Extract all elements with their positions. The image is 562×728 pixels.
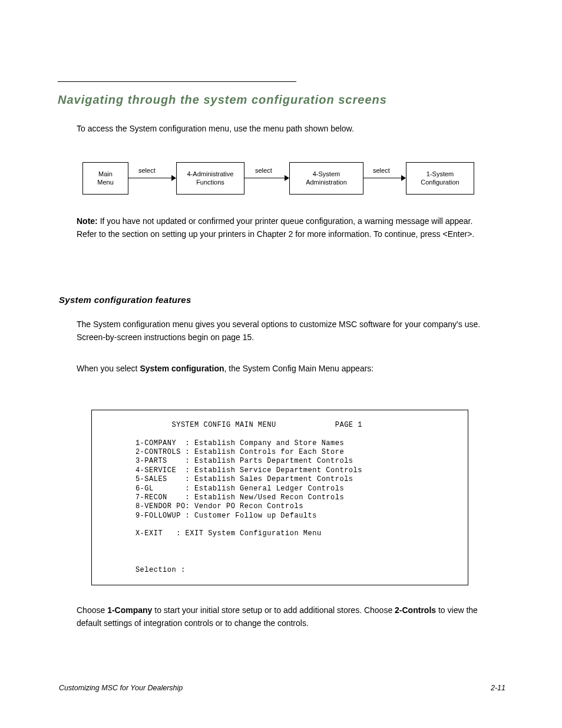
flow-arrow-label: select xyxy=(255,167,272,174)
arrow-icon xyxy=(128,174,176,182)
footer-right: 2-11 xyxy=(491,684,505,692)
arrow-icon xyxy=(244,174,289,182)
flow-box-admin-functions: 4-Administrative Functions xyxy=(176,162,244,195)
text: to start your initial store setup or to … xyxy=(152,605,395,615)
flow-box-line: 4-System xyxy=(313,170,340,177)
flow-arrow-label: select xyxy=(373,167,390,174)
svg-marker-3 xyxy=(285,175,289,181)
flow-box-line: Functions xyxy=(196,179,224,186)
note-label: Note: xyxy=(77,216,98,226)
header-rule xyxy=(58,81,296,82)
flow-box-line: Administration xyxy=(306,179,347,186)
terminal-screenshot: SYSTEM CONFIG MAIN MENU PAGE 1 1-COMPANY… xyxy=(91,410,468,585)
flow-box-system-configuration: 1-System Configuration xyxy=(406,162,474,195)
bold-text: System configuration xyxy=(138,364,224,373)
flow-box-system-administration: 4-System Administration xyxy=(289,162,363,195)
flow-box-line: 1-System xyxy=(427,170,454,177)
footer-left: Customizing MSC for Your Dealership xyxy=(59,684,183,692)
section-heading: Navigating through the system configurat… xyxy=(58,93,387,107)
subheading: System configuration features xyxy=(59,295,191,305)
paragraph: The System configuration menu gives you … xyxy=(77,318,489,344)
navigation-flow-diagram: Main Menu select 4-Administrative Functi… xyxy=(82,162,483,196)
flow-box-line: Menu xyxy=(97,179,114,186)
bold-text: 1-Company xyxy=(107,605,152,615)
text: When you select xyxy=(77,364,138,373)
svg-marker-1 xyxy=(171,175,176,181)
flow-box-line: 4-Administrative xyxy=(187,170,234,177)
text: Choose xyxy=(77,605,107,615)
flow-box-main-menu: Main Menu xyxy=(82,162,128,195)
flow-box-line: Main xyxy=(98,170,113,177)
arrow-icon xyxy=(363,174,406,182)
flow-box-line: Configuration xyxy=(421,179,459,186)
svg-marker-5 xyxy=(401,175,406,181)
text: , the System Config Main Menu appears: xyxy=(224,364,374,373)
intro-paragraph: To access the System configuration menu,… xyxy=(77,123,489,136)
note-paragraph: Note: If you have not updated or confirm… xyxy=(77,215,489,241)
note-text: If you have not updated or confirmed you… xyxy=(77,216,474,239)
bold-text: 2-Controls xyxy=(395,605,436,615)
paragraph: Choose 1-Company to start your initial s… xyxy=(77,604,489,630)
paragraph: When you select System configuration, th… xyxy=(77,363,489,375)
flow-arrow-label: select xyxy=(138,167,156,174)
